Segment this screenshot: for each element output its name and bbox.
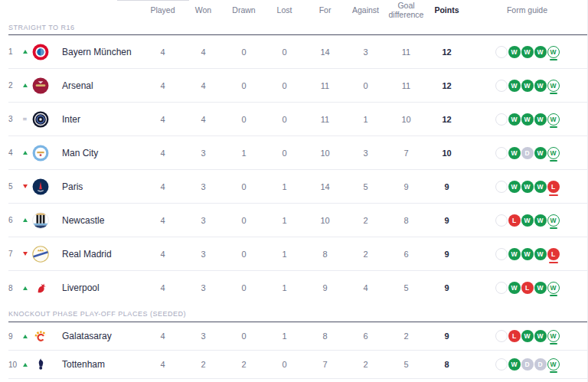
team-name: Real Madrid [62, 249, 112, 260]
lost-cell: 1 [264, 182, 305, 191]
form-empty-icon [495, 330, 508, 342]
movement-down-glyph [23, 252, 28, 256]
form-win-icon[interactable]: W [508, 358, 521, 371]
form-win-icon[interactable]: W [534, 214, 547, 227]
form-win-icon[interactable]: W [534, 248, 547, 260]
form-letter: D [537, 361, 542, 368]
form-letter: L [525, 284, 529, 292]
team-cell: 5Paris [8, 170, 142, 203]
newcastle-crest-icon [31, 211, 50, 230]
form-win-icon[interactable]: W [508, 113, 521, 126]
team-cell: 6Newcastle [8, 204, 142, 237]
form-win-icon[interactable]: W [547, 330, 560, 342]
movement-down-glyph [23, 184, 28, 188]
movement-same-glyph: = [23, 116, 27, 123]
form-win-icon[interactable]: W [508, 181, 521, 193]
points-cell: 9 [426, 283, 467, 292]
form-loss-icon[interactable]: L [547, 181, 560, 193]
won-cell: 3 [183, 250, 224, 259]
team-row[interactable]: 9Galatasaray43018629LWWW [8, 322, 587, 351]
form-letter: W [537, 250, 543, 258]
drawn-cell: 2 [224, 360, 264, 369]
form-win-icon[interactable]: W [521, 330, 534, 342]
won-cell: 3 [183, 283, 224, 292]
form-win-icon[interactable]: W [521, 214, 534, 227]
team-row[interactable]: 5Paris430114599WWWL [8, 170, 587, 204]
form-win-icon[interactable]: W [508, 282, 521, 294]
standings-section: STRAIGHT TO R161Bayern München4400143111… [8, 21, 587, 305]
team-row[interactable]: 1Bayern München44001431112WWWW [8, 35, 587, 69]
goal-difference-cell: 6 [386, 250, 426, 259]
goals-against-cell: 2 [345, 250, 386, 259]
played-cell: 4 [142, 250, 183, 259]
won-cell: 2 [183, 360, 224, 369]
form-win-icon[interactable]: W [521, 80, 534, 92]
goals-against-cell: 3 [345, 149, 386, 158]
cropped-element-edge [117, 0, 189, 1]
form-win-icon[interactable]: W [534, 181, 547, 193]
form-win-icon[interactable]: W [508, 248, 521, 260]
column-header-played: Played [142, 6, 183, 15]
form-win-icon[interactable]: W [547, 113, 560, 126]
form-win-icon[interactable]: W [508, 147, 521, 159]
movement-up-glyph [23, 363, 28, 367]
played-cell: 4 [142, 216, 183, 225]
team-row[interactable]: 6Newcastle430110289LWWW [8, 204, 587, 237]
form-loss-icon[interactable]: L [521, 282, 534, 294]
position-number: 2 [8, 81, 20, 90]
form-win-icon[interactable]: W [534, 80, 547, 92]
form-win-icon[interactable]: W [521, 181, 534, 193]
form-win-icon[interactable]: W [508, 46, 521, 58]
form-win-icon[interactable]: W [521, 113, 534, 126]
team-row[interactable]: 4Man City4310103710WDWW [8, 136, 587, 170]
form-loss-icon[interactable]: L [508, 330, 521, 342]
form-draw-icon[interactable]: D [521, 358, 534, 371]
form-draw-icon[interactable]: D [521, 147, 534, 159]
form-win-icon[interactable]: W [547, 46, 560, 58]
form-letter: W [524, 217, 530, 224]
column-header-won: Won [183, 6, 224, 15]
form-loss-icon[interactable]: L [547, 248, 560, 260]
team-row[interactable]: 3=Inter44001111012WWWW [8, 103, 587, 136]
lost-cell: 1 [264, 331, 305, 341]
team-row[interactable]: 2Arsenal44001101112WWWW [8, 69, 587, 103]
form-win-icon[interactable]: W [547, 80, 560, 92]
goal-difference-cell: 9 [386, 182, 426, 191]
form-letter: W [537, 82, 543, 90]
played-cell: 4 [142, 115, 183, 124]
team-cell: 9Galatasaray [8, 322, 142, 350]
form-win-icon[interactable]: W [508, 80, 521, 92]
form-win-icon[interactable]: W [534, 113, 547, 126]
form-win-icon[interactable]: W [521, 46, 534, 58]
movement-down-icon [20, 252, 30, 256]
form-win-icon[interactable]: W [547, 147, 560, 159]
team-row[interactable]: 10Tottenham42207258WDDW [8, 351, 587, 379]
form-win-icon[interactable]: W [547, 358, 560, 371]
form-win-icon[interactable]: W [547, 282, 560, 294]
lost-cell: 0 [264, 47, 305, 57]
form-guide: WWWW [467, 113, 587, 126]
movement-up-glyph [23, 286, 28, 290]
form-draw-icon[interactable]: D [534, 358, 547, 371]
goal-difference-cell: 11 [386, 81, 426, 90]
form-letter: W [511, 48, 517, 56]
position-number: 7 [8, 250, 20, 258]
form-win-icon[interactable]: W [521, 248, 534, 260]
team-row[interactable]: 7Real Madrid43018269WWWL [8, 237, 587, 271]
position-number: 5 [8, 182, 20, 191]
form-win-icon[interactable]: W [534, 46, 547, 58]
form-guide: LWWW [467, 330, 587, 342]
form-win-icon[interactable]: W [534, 282, 547, 294]
form-win-icon[interactable]: W [547, 214, 560, 227]
team-row[interactable]: 8Liverpool43019459WLWW [8, 271, 587, 305]
movement-up-icon [20, 83, 30, 87]
latest-match-underline [550, 371, 557, 373]
team-name: Liverpool [62, 282, 100, 293]
table-body: STRAIGHT TO R161Bayern München4400143111… [8, 21, 587, 379]
played-cell: 4 [142, 331, 183, 341]
form-loss-icon[interactable]: L [508, 214, 521, 227]
arsenal-crest-icon [31, 77, 50, 95]
form-win-icon[interactable]: W [534, 147, 547, 159]
form-letter: W [511, 284, 517, 292]
form-win-icon[interactable]: W [534, 330, 547, 342]
